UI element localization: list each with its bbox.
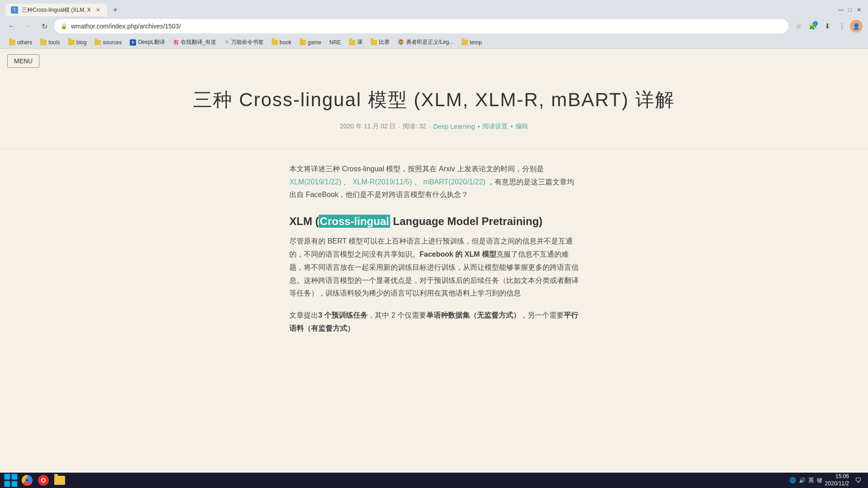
close-window-button[interactable]: ✕ [855, 6, 863, 14]
menu-button[interactable]: MENU [7, 54, 39, 68]
bookmark-label: NRE [330, 39, 341, 46]
bookmark-omega[interactable]: ⚙ 万能命令书签 [221, 38, 267, 47]
chrome-taskbar-icon[interactable] [20, 473, 34, 488]
category-link[interactable]: Deep Learning [434, 123, 475, 130]
start-button[interactable] [4, 473, 18, 488]
navigation-bar: ← → ↻ 🔒 wmathor.com/index.php/archives/1… [0, 16, 868, 36]
address-bar[interactable]: 🔒 wmathor.com/index.php/archives/1503/ [54, 19, 788, 33]
nav-action-buttons: ☆ 🧩 2 ⬇ ⋮ 👤 [792, 20, 863, 33]
para2-bold: 3 个预训练任务 [318, 311, 368, 319]
section1-title-rest: Language Model Pretraining) [390, 215, 542, 227]
para2-bold2: 单语种数据集（无监督方式） [426, 311, 520, 319]
xlm-link[interactable]: XLM(2019/1/22) [289, 178, 341, 186]
folder-icon [40, 40, 47, 45]
para2-cont: ，其中 2 个仅需要 [368, 311, 426, 319]
bookmark-game[interactable]: game [296, 38, 325, 47]
page-content: MENU 三种 Cross-lingual 模型 (XLM, XLM-R, mB… [0, 49, 868, 473]
tab-close-button[interactable]: ✕ [94, 6, 102, 14]
bookmark-label: others [17, 39, 32, 46]
bookmark-label: 比赛 [379, 38, 390, 46]
brave-icon: 🦁 [398, 39, 404, 45]
bookmark-label: sources [103, 39, 122, 46]
back-button[interactable]: ← [5, 20, 18, 33]
title-bar: T 三种Cross-lingual模 (XLM, X ✕ + — □ ✕ [0, 0, 868, 16]
bookmarks-bar: others tools blog sources D DeepL翻译 有 在线… [0, 36, 868, 49]
folder-icon [462, 40, 468, 45]
bookmark-nre[interactable]: NRE [326, 38, 344, 47]
keyboard-indicator[interactable]: 键 [817, 477, 822, 484]
forward-button[interactable]: → [22, 20, 34, 33]
bookmark-blog[interactable]: blog [65, 38, 90, 47]
edit-link[interactable]: 编辑 [515, 122, 528, 131]
more-tools-button[interactable]: ⋮ [835, 20, 848, 33]
svg-rect-3 [12, 481, 18, 487]
browser-tab[interactable]: T 三种Cross-lingual模 (XLM, X ✕ [5, 4, 107, 16]
folder-icon [371, 40, 377, 45]
meta-separator-1: · [398, 123, 400, 130]
bookmark-brave[interactable]: 🦁 勇者即是正义/Leg... [394, 38, 457, 47]
opera-taskbar-icon[interactable]: O [36, 473, 51, 488]
section1-heading: XLM (Cross-lingual Language Model Pretra… [289, 215, 579, 228]
mbart-link[interactable]: mBART(2020/1/22) [423, 178, 486, 186]
youdao-icon: 有 [173, 38, 179, 47]
bookmark-book[interactable]: book [268, 38, 295, 47]
menu-bar: MENU [0, 49, 868, 73]
meta-separator-2: · [429, 123, 431, 130]
new-tab-button[interactable]: + [109, 4, 122, 16]
bookmark-sources[interactable]: sources [91, 38, 125, 47]
network-icon[interactable]: 🌐 [789, 477, 796, 483]
download-button[interactable]: ⬇ [821, 20, 834, 33]
para2-cont2: ，另一个需要 [520, 311, 564, 319]
volume-icon[interactable]: 🔊 [799, 477, 806, 483]
folder-icon [68, 40, 75, 45]
maximize-button[interactable]: □ [846, 6, 854, 14]
extensions-button[interactable]: 🧩 2 [807, 20, 819, 33]
article-header: 三种 Cross-lingual 模型 (XLM, XLM-R, mBART) … [0, 73, 868, 149]
bookmark-youdao[interactable]: 有 在线翻译_有道 [170, 38, 220, 47]
filemanager-taskbar-icon[interactable] [52, 473, 67, 488]
article-body: 本文将详述三种 Cross-lingual 模型，按照其在 Arxiv 上发表论… [276, 163, 592, 362]
article-title: 三种 Cross-lingual 模型 (XLM, XLM-R, mBART) … [9, 87, 859, 113]
profile-button[interactable]: 👤 [850, 20, 863, 33]
tab-favicon: T [11, 6, 18, 14]
bookmark-label: 在线翻译_有道 [181, 38, 217, 46]
bookmark-star-button[interactable]: ☆ [792, 20, 805, 33]
bookmark-label: blog [76, 39, 87, 46]
svg-rect-1 [12, 474, 18, 480]
minimize-button[interactable]: — [837, 6, 844, 14]
highlight-crosslingual: Cross-lingual [319, 215, 390, 228]
ssl-lock-icon: 🔒 [61, 23, 67, 29]
article-date: 2020 年 11 月 02 日 [340, 122, 396, 131]
intro-paragraph: 本文将详述三种 Cross-lingual 模型，按照其在 Arxiv 上发表论… [289, 163, 579, 202]
reading-settings-link[interactable]: 阅读设置 [482, 122, 508, 131]
intro-text-1: 本文将详述三种 Cross-lingual 模型，按照其在 Arxiv 上发表论… [289, 165, 544, 173]
article-read-count: 阅读: 32 [403, 122, 426, 131]
bookmark-label: game [308, 39, 321, 46]
language-indicator[interactable]: 英 [808, 476, 814, 484]
bookmark-temp[interactable]: temp [458, 38, 486, 47]
clock-date: 2020/11/2 [825, 480, 849, 488]
bookmark-others[interactable]: others [5, 38, 36, 47]
extension-badge: 2 [813, 21, 818, 26]
bookmark-label: 课 [357, 38, 363, 46]
address-text: wmathor.com/index.php/archives/1503/ [71, 23, 782, 30]
tab-title: 三种Cross-lingual模 (XLM, X [22, 6, 91, 14]
bookmark-label: book [280, 39, 292, 46]
bookmark-ke[interactable]: 课 [345, 38, 366, 47]
bookmark-tools[interactable]: tools [37, 38, 63, 47]
system-clock[interactable]: 15:06 2020/11/2 [825, 473, 849, 487]
notification-button[interactable]: 🗨 [852, 474, 864, 487]
bookmark-label: DeepL翻译 [138, 38, 165, 46]
clock-time: 15:06 [825, 473, 849, 480]
folder-icon [54, 476, 65, 485]
bookmark-deepl[interactable]: D DeepL翻译 [126, 38, 168, 47]
chrome-center [25, 478, 29, 483]
xlmr-link[interactable]: XLM-R(2019/11/5) [353, 178, 412, 186]
meta-separator-3: • [477, 123, 480, 130]
bookmark-bisai[interactable]: 比赛 [367, 38, 393, 47]
bookmark-label: 万能命令书签 [231, 38, 264, 46]
windows-logo-icon [4, 473, 18, 488]
reload-button[interactable]: ↻ [38, 20, 51, 33]
folder-icon [300, 40, 306, 45]
para1-bold: Facebook 的 XLM 模型 [420, 250, 496, 258]
